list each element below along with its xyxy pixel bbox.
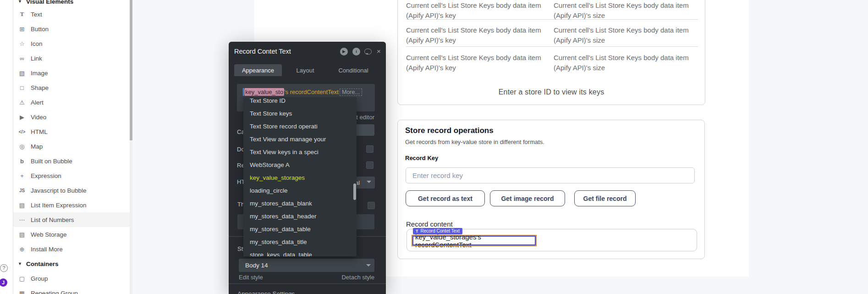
record-key-input[interactable]: [406, 167, 695, 183]
clipboard-icon: ▤: [17, 202, 27, 209]
close-icon[interactable]: ×: [375, 48, 383, 55]
item-label: Repeating Group: [31, 290, 78, 294]
help-icon[interactable]: ?: [0, 264, 8, 272]
detach-style-link[interactable]: Detach style: [341, 274, 374, 281]
get-image-record-button[interactable]: Get image record: [490, 190, 565, 206]
sidebar-item-install-more[interactable]: ⊕Install More: [13, 242, 130, 256]
selected-text-element[interactable]: key_value_storages's recordContentText: [412, 236, 536, 245]
dropdown-item[interactable]: my_stores_data_header: [243, 210, 357, 222]
item-label: Install More: [31, 246, 63, 253]
item-label: Group: [31, 275, 48, 282]
expression-text[interactable]: 's recordContentText: [284, 89, 339, 95]
dropdown-item[interactable]: loading_circle: [243, 184, 357, 197]
checkbox[interactable]: [368, 202, 375, 209]
sidebar-item-javascript-to-bubble[interactable]: JSJavascript to Bubble: [13, 183, 130, 198]
dropdown-item[interactable]: WebStorage A: [243, 158, 357, 171]
tab-layout[interactable]: Layout: [289, 64, 321, 76]
button-icon: ⊞: [17, 26, 27, 33]
sidebar-item-alert[interactable]: ⚠Alert: [13, 95, 130, 110]
panel-title: Record Contet Text: [234, 48, 291, 55]
tab-appearance[interactable]: Appearance: [234, 64, 282, 76]
sidebar-item-list-item-expression[interactable]: ▤List Item Expression: [13, 198, 130, 212]
sidebar-item-expression[interactable]: +Expression: [13, 168, 130, 183]
sidebar-item-map[interactable]: ◎Map: [13, 139, 130, 154]
style-select[interactable]: Body 14: [239, 259, 374, 272]
dropdown-scrollbar-handle[interactable]: [353, 183, 356, 200]
sidebar-item-video[interactable]: ▶Video: [13, 110, 130, 124]
section-containers[interactable]: ▼ Containers: [13, 256, 130, 271]
sidebar-item-image[interactable]: ▧Image: [13, 66, 130, 80]
chevron-down-icon: [367, 181, 371, 185]
dropdown-item[interactable]: my_stores_data_blank: [243, 197, 357, 210]
selected-element-badge: T Record Contet Text: [413, 228, 462, 234]
row-divider: [406, 46, 698, 47]
info-icon[interactable]: i: [352, 48, 360, 55]
item-label: Expression: [31, 172, 61, 179]
preview-play-icon[interactable]: ▶: [340, 48, 348, 55]
js-icon: JS: [17, 188, 27, 193]
checkbox[interactable]: [366, 161, 374, 169]
html-icon: </>: [17, 129, 27, 134]
collapse-triangle-icon: ▼: [18, 0, 22, 4]
size-cell: Current cell's List Store Keys body data…: [554, 25, 693, 45]
dropdown-item[interactable]: Text Store ID: [243, 97, 357, 107]
size-cell: Current cell's List Store Keys body data…: [554, 53, 693, 73]
bubble-icon: b: [17, 158, 27, 165]
item-label: Built on Bubble: [31, 158, 72, 165]
sidebar-item-html[interactable]: </>HTML: [13, 124, 130, 139]
checkbox[interactable]: [366, 145, 374, 153]
shape-icon: □: [17, 84, 27, 91]
dropdown-item[interactable]: Text Store record operati: [243, 120, 357, 133]
left-icon-rail: ? J: [0, 0, 13, 294]
sidebar-item-web-storage[interactable]: ▤Web Storage: [13, 227, 130, 242]
item-label: Video: [31, 114, 46, 121]
dropdown-item[interactable]: my_stores_data_table: [243, 222, 357, 235]
get-file-record-button[interactable]: Get file record: [574, 190, 636, 206]
map-pin-icon: ◎: [17, 143, 27, 150]
sidebar-item-group[interactable]: ▢Group: [13, 271, 130, 286]
repeating-group-icon: ▦: [17, 290, 27, 294]
link-icon: ∞: [17, 55, 27, 62]
edit-style-link[interactable]: Edit style: [239, 274, 263, 281]
item-label: List Item Expression: [31, 202, 87, 209]
tab-conditional[interactable]: Conditional: [330, 64, 376, 76]
key-cell: Current cell's List Store Keys body data…: [406, 25, 546, 45]
text-cursor: [243, 88, 244, 96]
element-palette: ▼ Visual Elements TText ⊞Button ☆Icon ∞L…: [13, 0, 130, 294]
dropdown-item-highlighted[interactable]: key_value_storages: [243, 171, 357, 184]
style-select-value: Body 14: [245, 262, 268, 269]
sidebar-item-link[interactable]: ∞Link: [13, 51, 130, 66]
sidebar-item-built-on-bubble[interactable]: bBuilt on Bubble: [13, 154, 130, 168]
video-icon: ▶: [17, 114, 27, 121]
dropdown-item[interactable]: Text View and manage your: [243, 133, 357, 145]
sidebar-item-shape[interactable]: □Shape: [13, 80, 130, 95]
item-label: List of Numbers: [31, 216, 74, 223]
dropdown-item[interactable]: Text Store keys: [243, 107, 357, 120]
bubble-editor: ? J ▼ Visual Elements TText ⊞Button ☆Ico…: [0, 0, 868, 294]
store-keys-table: Current cell's List Store Keys body data…: [397, 0, 705, 105]
dropdown-field-fragment[interactable]: al: [354, 177, 375, 189]
dropdown-item[interactable]: store_keys_data_table: [243, 248, 357, 256]
more-chip[interactable]: More...: [340, 89, 362, 96]
sidebar-item-button[interactable]: ⊞Button: [13, 22, 130, 36]
section-visual-elements[interactable]: ▼ Visual Elements: [13, 0, 130, 7]
sidebar-item-repeating-group[interactable]: ▦Repeating Group: [13, 286, 130, 294]
avatar[interactable]: J: [0, 278, 7, 287]
section-header-label: Visual Elements: [26, 0, 73, 5]
get-record-as-text-button[interactable]: Get record as text: [406, 190, 485, 206]
dropdown-item[interactable]: Text View keys in a speci: [243, 145, 357, 158]
sidebar-item-text[interactable]: TText: [13, 7, 130, 22]
item-label: Alert: [31, 99, 44, 106]
palette-scrollbar-handle[interactable]: [130, 0, 132, 140]
alert-icon: ⚠: [17, 99, 27, 106]
star-icon: ☆: [17, 40, 27, 47]
sidebar-item-icon[interactable]: ☆Icon: [13, 36, 130, 51]
caption-input-fragment[interactable]: [354, 124, 374, 136]
dropdown-item[interactable]: my_stores_data_title: [243, 235, 357, 248]
comment-icon[interactable]: [364, 49, 372, 55]
sidebar-item-list-of-numbers[interactable]: ⋯List of Numbers: [13, 212, 130, 227]
empty-state-message: Enter a store ID to view its keys: [398, 88, 705, 96]
expression-token[interactable]: key_value_sto: [244, 88, 284, 96]
item-label: Icon: [31, 40, 43, 47]
store-record-operations-card: Store record operations Get records from…: [397, 120, 705, 259]
